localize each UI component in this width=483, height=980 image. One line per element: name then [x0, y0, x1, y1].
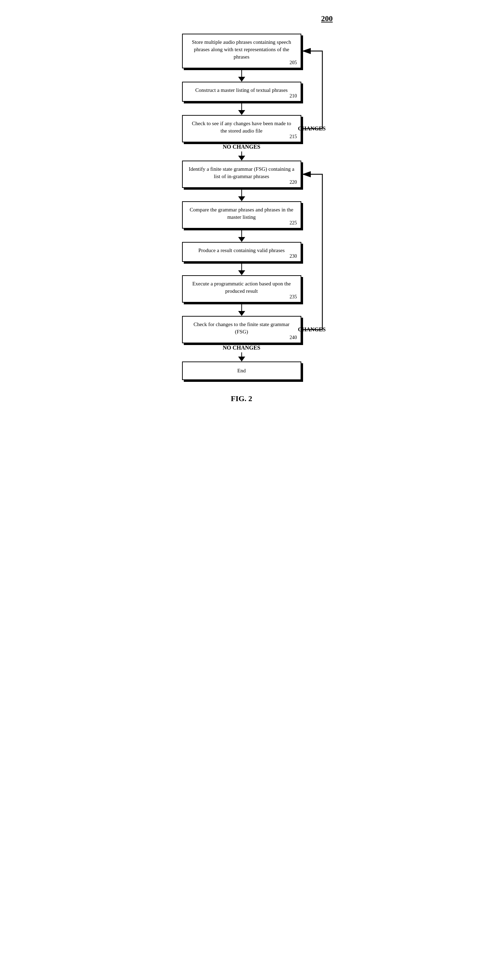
- box-215-text: Check to see if any changes have been ma…: [192, 121, 291, 134]
- box-210-text: Construct a master listing of textual ph…: [195, 87, 288, 93]
- arrow-215-220: NO CHANGES: [223, 142, 260, 161]
- changes-label-240: CHANGES: [298, 326, 325, 333]
- arrow-head: [238, 237, 245, 242]
- arrow-line: [241, 188, 242, 196]
- arrow-head: [238, 311, 245, 316]
- box-230-step: 230: [290, 253, 297, 260]
- no-changes-label-240: NO CHANGES: [223, 345, 260, 351]
- arrow-210-215: [238, 102, 245, 115]
- box-225-text: Compare the grammar phrases and phrases …: [190, 207, 293, 220]
- box-220-text: Identify a finite state grammar (FSG) co…: [189, 166, 294, 179]
- box-235-step: 235: [290, 293, 297, 301]
- changes-label-215: CHANGES: [298, 126, 325, 132]
- arrow-205-210: [238, 68, 245, 82]
- arrow-line: [241, 352, 242, 356]
- arrow-line: [241, 68, 242, 77]
- box-240-text: Check for changes to the finite state gr…: [194, 321, 290, 334]
- arrow-head: [238, 356, 245, 361]
- arrow-head: [238, 196, 245, 201]
- box-230: Produce a result containing valid phrase…: [182, 242, 301, 262]
- box225-row: Compare the grammar phrases and phrases …: [147, 201, 336, 229]
- arrow-head: [238, 110, 245, 115]
- arrow-head: [238, 156, 245, 161]
- box-220: Identify a finite state grammar (FSG) co…: [182, 161, 301, 188]
- box-230-text: Produce a result containing valid phrase…: [198, 248, 284, 253]
- box220-row: Identify a finite state grammar (FSG) co…: [147, 161, 336, 188]
- box-220-step: 220: [290, 179, 297, 186]
- box-235-text: Execute a programmatic action based upon…: [192, 281, 291, 294]
- arrow-line: [241, 229, 242, 237]
- arrow-220-225: [238, 188, 245, 201]
- box230-row: Produce a result containing valid phrase…: [147, 242, 336, 262]
- box-205: Store multiple audio phrases containing …: [182, 33, 301, 68]
- arrow-240-end: NO CHANGES: [223, 343, 260, 361]
- fig-label: FIG. 2: [231, 394, 252, 403]
- box-225-step: 225: [290, 220, 297, 226]
- box210-row: Construct a master listing of textual ph…: [147, 82, 336, 102]
- page: 200 Store multiple audio phrases contain…: [147, 14, 336, 403]
- arrow-head: [238, 77, 245, 82]
- box-end-text: End: [237, 368, 245, 374]
- arrow-line: [241, 102, 242, 110]
- arrow-230-235: [238, 262, 245, 275]
- box-205-step: 205: [290, 59, 297, 66]
- box-240: Check for changes to the finite state gr…: [182, 316, 301, 343]
- arrow-head: [238, 270, 245, 275]
- box-210: Construct a master listing of textual ph…: [182, 82, 301, 102]
- box-205-text: Store multiple audio phrases containing …: [192, 39, 291, 60]
- box-215-step: 215: [290, 133, 297, 140]
- box240-row: Check for changes to the finite state gr…: [147, 316, 336, 343]
- box-210-step: 210: [290, 92, 297, 100]
- diagram-number: 200: [321, 14, 333, 23]
- flow-container: Store multiple audio phrases containing …: [147, 33, 336, 380]
- box205-row: Store multiple audio phrases containing …: [147, 33, 336, 68]
- box235-row: Execute a programmatic action based upon…: [147, 275, 336, 302]
- box-end: End: [182, 361, 301, 380]
- box-235: Execute a programmatic action based upon…: [182, 275, 301, 302]
- box-240-step: 240: [290, 334, 297, 341]
- arrow-225-230: [238, 229, 245, 242]
- box215-row: Check to see if any changes have been ma…: [147, 115, 336, 142]
- box-225: Compare the grammar phrases and phrases …: [182, 201, 301, 229]
- box-215: Check to see if any changes have been ma…: [182, 115, 301, 142]
- arrow-line: [241, 151, 242, 156]
- arrow-line: [241, 262, 242, 270]
- box-end-row: End: [147, 361, 336, 380]
- arrow-235-240: [238, 302, 245, 316]
- no-changes-label-215: NO CHANGES: [223, 144, 260, 150]
- arrow-line: [241, 302, 242, 311]
